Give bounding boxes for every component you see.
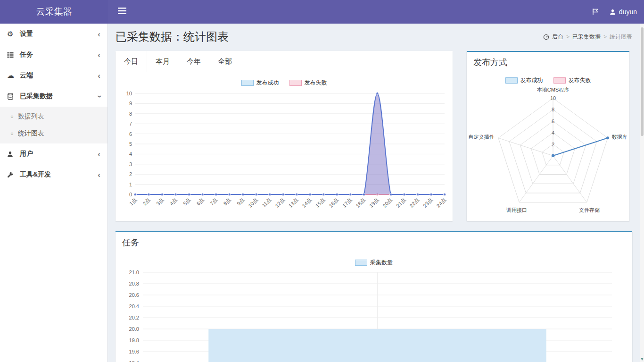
svg-text:10: 10 [126,91,132,96]
svg-text:16点: 16点 [328,197,339,209]
svg-text:20.6: 20.6 [129,292,139,298]
svg-text:文件存储: 文件存储 [578,207,599,213]
legend-label: 发布成功 [256,79,279,87]
chevron-left-icon: ‹ [98,72,100,80]
submenu-item-label: 数据列表 [18,112,44,121]
svg-text:21.0: 21.0 [129,269,139,275]
svg-text:22点: 22点 [408,197,420,209]
sidebar-item-label: 已采集数据 [20,92,98,101]
vertical-scrollbar[interactable] [640,24,644,362]
legend-swatch [355,260,367,266]
legend-item[interactable]: 发布失败 [553,76,591,84]
svg-text:6: 6 [129,131,132,137]
svg-text:20.2: 20.2 [129,315,139,320]
content-header: 已采集数据：统计图表 后台 > 已采集数据 > 统计图表 [108,24,640,51]
flag-icon [592,8,599,16]
tasks-bar-chart: 21.020.820.620.420.220.019.819.619.4 [124,269,624,362]
sidebar-item-label: 用户 [20,150,98,158]
scrollbar-thumb[interactable] [641,27,644,136]
legend-item[interactable]: 发布成功 [241,79,279,87]
sidebar-item-label: 任务 [20,51,98,59]
flag-menu-button[interactable] [592,8,599,16]
publish-method-card: 发布方式 发布成功发布失败 246810本地CMS程序数据库文件存储调用接口自定… [467,51,629,221]
legend-swatch [553,77,566,84]
tab-all[interactable]: 全部 [209,51,240,72]
daily-chart-card: 今日 本月 今年 全部 发布成功发布失败 0123456789101点2点3点4… [116,51,453,221]
breadcrumb-current: 统计图表 [610,33,632,41]
cloud-icon: ☁ [7,71,20,80]
scroll-down-arrow-icon[interactable] [641,358,644,361]
svg-text:4: 4 [551,130,554,135]
sidebar-item-collected-data[interactable]: 已采集数据 ‹ [0,86,107,107]
period-tabs: 今日 本月 今年 全部 [116,51,453,72]
svg-text:2: 2 [129,171,132,177]
legend-label: 采集数量 [370,259,393,267]
svg-text:8点: 8点 [222,197,232,207]
brand-logo[interactable]: 云采集器 [0,0,108,24]
card-title: 发布方式 [467,52,629,70]
tab-year[interactable]: 今年 [178,51,209,72]
legend-item[interactable]: 发布成功 [505,76,543,84]
user-icon [610,9,616,15]
sidebar-item-stats-chart[interactable]: ○ 统计图表 [0,125,107,142]
svg-text:20点: 20点 [381,197,393,209]
hamburger-icon [118,8,126,14]
svg-text:9: 9 [129,101,132,106]
legend-item[interactable]: 采集数量 [355,259,393,267]
svg-text:19.6: 19.6 [129,349,139,354]
app-root: 云采集器 duyun [0,0,644,362]
sidebar-item-cloud[interactable]: ☁ 云端 ‹ [0,65,107,86]
svg-text:10: 10 [550,95,555,101]
chevron-left-icon: ‹ [98,30,100,38]
page-title: 已采集数据：统计图表 [116,29,229,44]
svg-text:数据库: 数据库 [611,134,627,140]
sidebar-item-label: 工具&开发 [20,170,98,179]
tab-today[interactable]: 今日 [116,51,147,72]
list-icon [7,52,20,58]
bar-chart-legend: 采集数量 [116,259,632,267]
svg-text:4点: 4点 [168,197,178,207]
svg-text:13点: 13点 [287,197,299,209]
chevron-left-icon: ‹ [98,171,100,179]
card-title: 任务 [116,232,632,250]
collected-data-submenu: ○ 数据列表 ○ 统计图表 [0,107,107,143]
database-icon [7,93,20,100]
svg-text:14点: 14点 [301,197,313,209]
svg-text:8: 8 [129,111,132,117]
svg-text:调用接口: 调用接口 [506,207,527,213]
svg-text:8: 8 [551,107,554,112]
svg-text:15点: 15点 [314,197,326,209]
svg-text:18点: 18点 [355,197,366,209]
svg-text:9点: 9点 [235,197,245,207]
wrench-icon [7,171,20,178]
breadcrumb-collected-data[interactable]: 已采集数据 [572,33,601,41]
sidebar-item-settings[interactable]: ⚙ 设置 ‹ [0,24,107,44]
svg-text:12点: 12点 [274,197,286,209]
sidebar-item-tools-dev[interactable]: 工具&开发 ‹ [0,164,107,185]
sidebar-item-users[interactable]: 用户 ‹ [0,143,107,164]
legend-item[interactable]: 发布失败 [289,79,327,87]
navbar-right: duyun [592,8,637,16]
sidebar-item-label: 设置 [20,30,98,38]
sidebar-item-data-list[interactable]: ○ 数据列表 [0,108,107,125]
svg-text:10点: 10点 [247,197,259,209]
svg-text:本地CMS程序: 本地CMS程序 [537,87,569,93]
sidebar-toggle-button[interactable] [115,5,129,19]
gear-icon: ⚙ [7,30,20,38]
svg-text:19点: 19点 [368,197,380,209]
svg-text:11点: 11点 [261,197,272,208]
svg-text:4: 4 [129,151,132,157]
svg-text:5: 5 [129,141,132,147]
user-menu[interactable]: duyun [610,8,637,16]
legend-label: 发布成功 [520,76,543,84]
tab-month[interactable]: 本月 [147,51,178,72]
chevron-down-icon: ‹ [95,95,103,98]
sidebar-item-tasks[interactable]: 任务 ‹ [0,44,107,65]
breadcrumb-home[interactable]: 后台 [552,33,563,41]
top-row: 今日 本月 今年 全部 发布成功发布失败 0123456789101点2点3点4… [108,51,640,221]
legend-swatch [505,77,518,84]
navbar-main: duyun [108,0,644,24]
legend-label: 发布失败 [305,79,327,87]
tasks-chart-card: 任务 采集数量 21.020.820.620.420.220.019.819.6… [116,231,632,362]
line-chart-legend: 发布成功发布失败 [116,79,453,87]
